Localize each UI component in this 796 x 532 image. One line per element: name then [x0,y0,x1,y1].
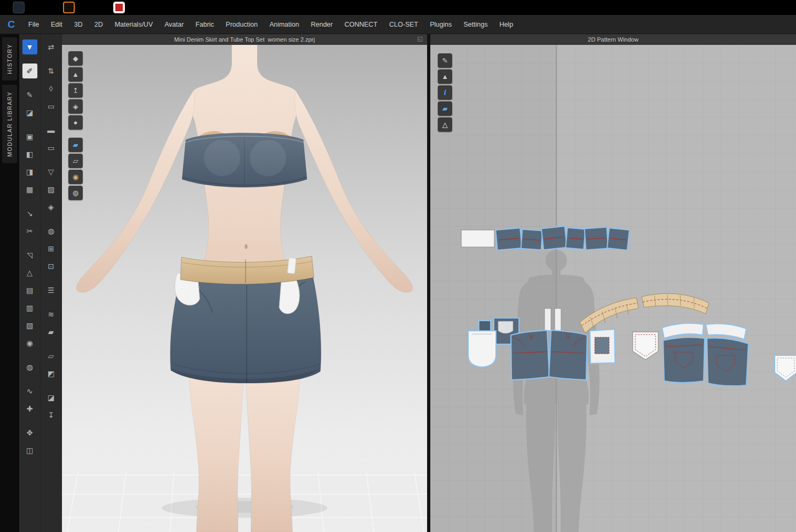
pattern-pocket-bag-left[interactable] [468,331,496,367]
environment-globe-icon[interactable]: ◍ [68,186,83,200]
animation-mode-tool[interactable]: ⇄ [44,39,59,54]
app-window: C FileEdit3D2DMaterials/UVAvatarFabricPr… [0,0,796,532]
menu-2d[interactable]: 2D [89,15,109,34]
fabric-dark-tool[interactable]: ◪ [44,390,59,405]
menu-production[interactable]: Production [220,15,264,34]
toolbar-col-2: ⇄⇅◊▭▬▭▽▨◈◍⊞⊡☰≋▰▱◩◪↧ [41,34,62,532]
floor-grid [62,472,427,532]
avatar-head-icon[interactable]: ◉ [68,170,83,184]
menu-avatar[interactable]: Avatar [159,15,190,34]
pin-board-tool[interactable]: ⊡ [44,259,59,274]
move-garment-tool[interactable]: ✥ [22,425,37,440]
fabric-view-icon[interactable]: ▰ [438,101,452,116]
menu-settings[interactable]: Settings [458,15,493,34]
simulate-button[interactable]: ▼ [22,39,37,54]
steam-iron-tool[interactable]: ◨ [22,164,37,179]
fabric-swatch-tool[interactable]: ▰ [44,324,59,339]
pen-tool[interactable]: ✎ [22,88,37,102]
menu-materials-uv[interactable]: Materials/UV [109,15,159,34]
curve-tool[interactable]: ∿ [22,384,37,399]
pin-drop-tool[interactable]: ↧ [44,408,59,423]
show-pins-icon[interactable]: ◈ [68,99,83,114]
vp3d-tool-group-2: ▰▱◉◍ [68,138,83,200]
taskbar-app-icon-1[interactable] [13,2,25,13]
menu-file[interactable]: File [22,15,45,34]
vp2d-float-toolbar: ✎▲i▰△ [438,53,452,132]
layered-garment-tool[interactable]: ▤ [22,283,37,298]
fabric-thickness-icon[interactable]: ▰ [68,138,83,152]
arrange-points-tool[interactable]: ◊ [44,81,59,96]
vp3d-canvas[interactable]: ◆▲↥◈●▰▱◉◍ [62,45,427,532]
show-garment-icon[interactable]: ▲ [438,69,452,84]
uv-globe-tool[interactable]: ◍ [44,224,59,239]
pattern-front-panel-right[interactable] [549,330,587,380]
edit-pattern-pen-icon[interactable]: ✎ [438,53,452,68]
info-icon[interactable]: i [438,85,452,100]
fit-to-avatar-tool[interactable]: ◉ [22,336,37,351]
zipper-edit-tool[interactable]: ≋ [44,307,59,322]
pattern-back-panel-right[interactable] [707,338,748,386]
scissors-tool[interactable]: ✂ [22,224,37,239]
flatten-tool[interactable]: ◹ [22,248,37,263]
menu-items: FileEdit3D2DMaterials/UVAvatarFabricProd… [22,15,519,34]
pose-tool[interactable]: ⇅ [44,63,59,78]
sewing-machine-tool[interactable]: ✐ [22,63,37,78]
grid-arrange-tool[interactable]: ▦ [22,182,37,197]
menu-render[interactable]: Render [305,15,338,34]
fold-garment-tool[interactable]: ◫ [22,443,37,458]
fabric-off-icon[interactable]: ▱ [68,154,83,168]
tube-top-3d[interactable] [182,133,307,187]
top-garment-tool[interactable]: ▧ [22,318,37,333]
pin-tool[interactable]: ↘ [22,206,37,221]
attach-tape-tool[interactable]: ▭ [44,140,59,155]
menu-fabric[interactable]: Fabric [190,15,220,34]
pattern-white-rect[interactable] [461,230,494,247]
press-iron-tool[interactable]: ◧ [22,147,37,162]
show-3d-style-icon[interactable]: ◆ [68,51,83,66]
menu-animation[interactable]: Animation [264,15,305,34]
show-seamlines-icon[interactable]: ↥ [68,83,83,98]
bottoms-tool[interactable]: ▥ [22,300,37,315]
clo-logo[interactable]: C [0,15,22,34]
tape-tool[interactable]: ▭ [44,99,59,114]
fabric-gray-tool[interactable]: ▱ [44,348,59,363]
uv-grid-tool[interactable]: ⊞ [44,241,59,256]
measure-tool[interactable]: ✚ [22,401,37,416]
tape-edit-tool[interactable]: ▬ [44,123,59,138]
solidify-tool[interactable]: △ [22,265,37,280]
menu-connect[interactable]: CONNECT [338,15,383,34]
window-pin-tool[interactable]: ▣ [22,129,37,144]
fabric-small-tool[interactable]: ◩ [44,366,59,381]
show-garment-icon[interactable]: ▲ [68,67,83,82]
avatar-settings-tool[interactable]: ◍ [22,360,37,375]
menu-bar: C FileEdit3D2DMaterials/UVAvatarFabricPr… [0,15,796,34]
vp2d-canvas[interactable]: ✎▲i▰△ [430,45,796,532]
iron-tool[interactable]: ◪ [22,105,37,120]
os-taskbar [0,0,796,15]
texture-tool[interactable]: ▨ [44,182,59,197]
tab-history[interactable]: HISTORY [2,37,17,81]
show-avatar-icon[interactable]: ● [68,115,83,130]
avatar-navel [245,244,247,249]
taskbar-app-icon-3[interactable] [113,2,125,13]
taskbar-app-icon-2[interactable] [63,2,75,13]
dart-tool[interactable]: ▽ [44,164,59,179]
pattern-tube-strips[interactable] [495,226,629,250]
menu-3d[interactable]: 3D [68,15,89,34]
vp2d-scene [430,45,796,532]
vp3d-detach-icon[interactable]: ◱ [417,35,423,42]
menu-clo-set[interactable]: CLO-SET [383,15,424,34]
stamp-tool[interactable]: ◈ [44,200,59,215]
menu-help[interactable]: Help [493,15,519,34]
pattern-front-panel-left[interactable] [511,330,549,380]
pane-3d: Mini Denim Skirt and Tube Top Set women … [62,34,427,532]
pattern-back-panel-left[interactable] [663,337,705,383]
tab-modular-library[interactable]: MODULAR LIBRARY [2,85,17,163]
menu-plugins[interactable]: Plugins [424,15,458,34]
pattern-side-piece[interactable] [590,329,615,363]
show-pattern-icon[interactable]: △ [438,117,452,132]
menu-edit[interactable]: Edit [45,15,68,34]
vp3d-tool-group-1: ◆▲↥◈● [68,51,83,130]
zipper-tool[interactable]: ☰ [44,283,59,298]
vp3d-float-toolbar: ◆▲↥◈●▰▱◉◍ [68,51,83,207]
